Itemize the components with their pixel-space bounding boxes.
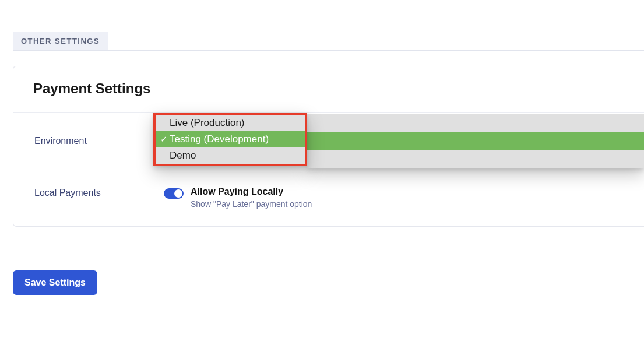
dropdown-bg-bottom bbox=[307, 150, 644, 168]
divider bbox=[13, 262, 644, 262]
save-settings-button[interactable]: Save Settings bbox=[13, 270, 97, 295]
dropdown-bg-top bbox=[307, 114, 644, 132]
allow-paying-locally-toggle[interactable] bbox=[164, 188, 184, 199]
environment-label: Environment bbox=[13, 113, 152, 170]
local-payments-text: Allow Paying Locally Show "Pay Later" pa… bbox=[191, 187, 312, 209]
option-label: Live (Production) bbox=[170, 117, 245, 129]
environment-row: Environment ✓ Live (Production) ✓ Testin… bbox=[13, 112, 644, 170]
environment-option-live[interactable]: ✓ Live (Production) bbox=[156, 115, 305, 131]
panel-title: Payment Settings bbox=[13, 66, 644, 112]
local-payments-row: Local Payments Allow Paying Locally Show… bbox=[13, 170, 644, 226]
option-label: Testing (Development) bbox=[170, 133, 269, 145]
section-tab[interactable]: OTHER SETTINGS bbox=[13, 32, 108, 50]
dropdown-selected-bar bbox=[307, 132, 644, 150]
environment-option-testing[interactable]: ✓ Testing (Development) bbox=[156, 131, 305, 147]
checkmark-icon: ✓ bbox=[158, 134, 170, 145]
allow-paying-locally-subtitle: Show "Pay Later" payment option bbox=[191, 199, 312, 209]
environment-dropdown[interactable]: ✓ Live (Production) ✓ Testing (Developme… bbox=[153, 113, 307, 166]
allow-paying-locally-title: Allow Paying Locally bbox=[191, 187, 312, 197]
local-payments-content: Allow Paying Locally Show "Pay Later" pa… bbox=[152, 170, 644, 226]
payment-settings-panel: Payment Settings Environment ✓ Live (Pro… bbox=[13, 66, 644, 227]
divider bbox=[13, 50, 644, 51]
toggle-knob bbox=[174, 189, 182, 198]
local-payments-label: Local Payments bbox=[13, 170, 152, 226]
option-label: Demo bbox=[170, 150, 196, 161]
environment-dropdown-container: ✓ Live (Production) ✓ Testing (Developme… bbox=[152, 113, 644, 170]
environment-option-demo[interactable]: ✓ Demo bbox=[156, 147, 305, 164]
